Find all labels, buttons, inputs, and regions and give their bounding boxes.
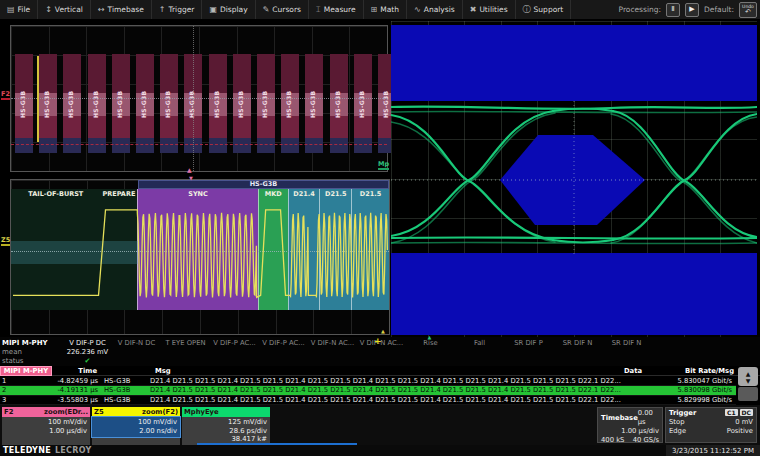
zoom-decode-panel[interactable]: TAIL-OF-BURSTPREPARESYNCMKDD21.4D21.5D21…: [10, 179, 390, 335]
protocol-badge[interactable]: MIPI M-PHY: [0, 366, 52, 376]
column-header-msg[interactable]: Msg: [155, 367, 171, 375]
row-time: -4.82459 µs: [14, 377, 98, 385]
measure-col-v-dif-p-ac-[interactable]: V DIF-P AC...: [210, 337, 259, 366]
trigger-time-marker: ▲: [187, 167, 192, 173]
menu-item-display[interactable]: ▣Display: [202, 0, 255, 19]
burst-block: HS-G3B: [281, 54, 299, 153]
measure-col-label: SR DIF N: [602, 339, 651, 348]
menu: ▤File↕Vertical↔Timebase↑Trigger▣Display✎…: [0, 0, 571, 19]
play-button[interactable]: ▶: [685, 3, 699, 17]
row-bitrate: 5.829998 Gbit/s: [640, 396, 736, 404]
measure-col-t-eye-open[interactable]: T EYE OPEN: [161, 337, 210, 366]
burst-overview-panel[interactable]: HS-G3BHS-G3BHS-G3BHS-G3BHS-G3BHS-G3BHS-G…: [10, 25, 388, 172]
burst-label: HS-G3B: [213, 56, 220, 118]
row-index: 1: [0, 377, 14, 385]
menu-item-file[interactable]: ▤File: [0, 0, 38, 19]
trigger-badge-c1[interactable]: C1: [725, 409, 738, 416]
measure-col-rise[interactable]: ▲Rise: [406, 337, 455, 366]
trigger-time-cursor-line: [193, 26, 194, 171]
timebase-box[interactable]: Timebase 0.00 µs 1.00 µs/div 400 kS 40 G…: [597, 407, 663, 443]
table-row[interactable]: 1-4.82459 µsHS-G3BD21.4 D21.5 D21.5 D21.…: [0, 377, 736, 386]
f2-trace-label[interactable]: F2: [1, 91, 10, 100]
menu-item-label: Analysis: [424, 5, 455, 14]
burst-mid-layer: [39, 116, 57, 138]
descriptor-mphyeye[interactable]: MphyEye125 mV/div28.6 ps/div38.417 k#: [182, 407, 270, 446]
trigger-box[interactable]: Trigger C1DC Stop 0 mV Edge Positive: [665, 407, 757, 443]
brand-teledyne: TELEDYNE: [3, 446, 51, 455]
measure-col-v-dif-p-ac-[interactable]: V DIF-P AC...: [259, 337, 308, 366]
measure-col-fall[interactable]: Fall: [455, 337, 504, 366]
measure-col-sr-dif-n[interactable]: SR DIF N: [602, 337, 651, 366]
column-header-time[interactable]: Time: [52, 367, 97, 375]
measure-col-v-dif-n-dc[interactable]: V DIF-N DC: [112, 337, 161, 366]
menu-item-measure[interactable]: ⌶Measure: [309, 0, 364, 19]
trigger-badge-dc[interactable]: DC: [740, 409, 753, 416]
measure-col-label: Fall: [455, 339, 504, 348]
menu-item-analysis[interactable]: ∿Analysis: [407, 0, 463, 19]
menu-item-utilities[interactable]: ✖Utilities: [463, 0, 516, 19]
scroll-down-icon[interactable]: ▼: [746, 377, 751, 384]
menu-item-label: Timebase: [108, 5, 144, 14]
timebase-samples: 400 kS: [601, 436, 624, 445]
column-header-data[interactable]: Data: [602, 367, 642, 375]
burst-block: HS-G3B: [160, 54, 178, 153]
menu-item-math[interactable]: ⊞Math: [364, 0, 407, 19]
datetime: 3/23/2015 11:12:52 PM: [666, 445, 760, 456]
burst-mid-layer: [160, 116, 178, 138]
burst-bottom-layer: [15, 138, 33, 153]
burst-block: HS-G3B: [330, 54, 348, 153]
descriptor-body: 125 mV/div28.6 ps/div38.417 k#: [182, 417, 270, 446]
measure-col-v-dif-p-dc[interactable]: V DIF-P DC226.236 mV✔: [63, 337, 112, 366]
vertical-arrows-icon: ↕: [45, 5, 52, 14]
measure-col-v-dif-n-ac-[interactable]: V DIF-N AC...: [308, 337, 357, 366]
measure-col-label: SR DIF P: [504, 339, 553, 348]
menu-item-timebase[interactable]: ↔Timebase: [91, 0, 152, 19]
descriptor-value: 28.6 ps/div: [185, 427, 267, 436]
menu-item-trigger[interactable]: ↑Trigger: [152, 0, 203, 19]
table-row[interactable]: 2-4.19131 µsHS-G3BD21.4 D21.5 D21.5 D21.…: [0, 386, 736, 395]
menu-item-label: Math: [380, 5, 399, 14]
timebase-offset: 0.00 µs: [638, 409, 659, 427]
burst-label: HS-G3B: [188, 56, 195, 118]
timebase-title: Timebase: [601, 414, 638, 423]
measure-col-label: T EYE OPEN: [161, 339, 210, 348]
table-row[interactable]: 3-3.55803 µsHS-G3BD21.4 D21.5 D21.5 D21.…: [0, 396, 736, 405]
descriptor-z5[interactable]: Z5zoom(F2)100 mV/div2.00 ns/div: [92, 407, 180, 446]
file-icon: ▤: [7, 5, 15, 14]
measure-col-sr-dif-p[interactable]: SR DIF P: [504, 337, 553, 366]
menu-item-label: Cursors: [272, 5, 301, 14]
measure-col-status: [357, 357, 406, 366]
column-header-bitrate[interactable]: Bit Rate/Msg: [642, 367, 734, 375]
measure-col-label: V DIF-P AC...: [259, 339, 308, 348]
measure-col-status: [406, 357, 455, 366]
undo-button[interactable]: Undo ↶: [739, 2, 757, 18]
add-measurement-button[interactable]: +: [374, 337, 382, 345]
burst-block: HS-G3B: [209, 54, 227, 153]
burst-bottom-layer: [233, 138, 251, 153]
menu-item-support[interactable]: ⓘSupport: [516, 0, 572, 19]
table-scrollbar[interactable]: ▲ ▼: [738, 367, 758, 404]
descriptor-title: zoom(EDr...: [44, 408, 88, 416]
pause-button[interactable]: Ⅱ: [666, 3, 680, 17]
info-icon: ⓘ: [523, 4, 531, 15]
burst-bottom-layer: [39, 138, 57, 153]
measure-col-mean: [259, 348, 308, 357]
row-index: 2: [0, 386, 14, 394]
descriptor-f2[interactable]: F2zoom(EDr...100 mV/div1.00 µs/div: [2, 407, 90, 446]
descriptor-id: MphyEye: [184, 408, 219, 416]
menu-item-vertical[interactable]: ↕Vertical: [38, 0, 91, 19]
mphyeye-trace-label[interactable]: Mp: [378, 161, 389, 170]
caliper-icon: ⌶: [316, 5, 321, 15]
measure-col-status: [455, 357, 504, 366]
scroll-track[interactable]: [738, 387, 758, 401]
undo-arrow-icon: ↶: [745, 9, 751, 16]
burst-mid-layer: [15, 116, 33, 138]
measure-col-sr-dif-n[interactable]: SR DIF N: [553, 337, 602, 366]
z5-trace-label[interactable]: Z5: [1, 237, 10, 246]
scroll-up-icon[interactable]: ▲: [746, 370, 751, 377]
burst-bottom-layer: [354, 138, 372, 153]
menu-item-cursors[interactable]: ✎Cursors: [256, 0, 309, 19]
measure-col-mean: [504, 348, 553, 357]
eye-diagram-panel[interactable]: [391, 21, 757, 337]
measure-col-status: [259, 357, 308, 366]
